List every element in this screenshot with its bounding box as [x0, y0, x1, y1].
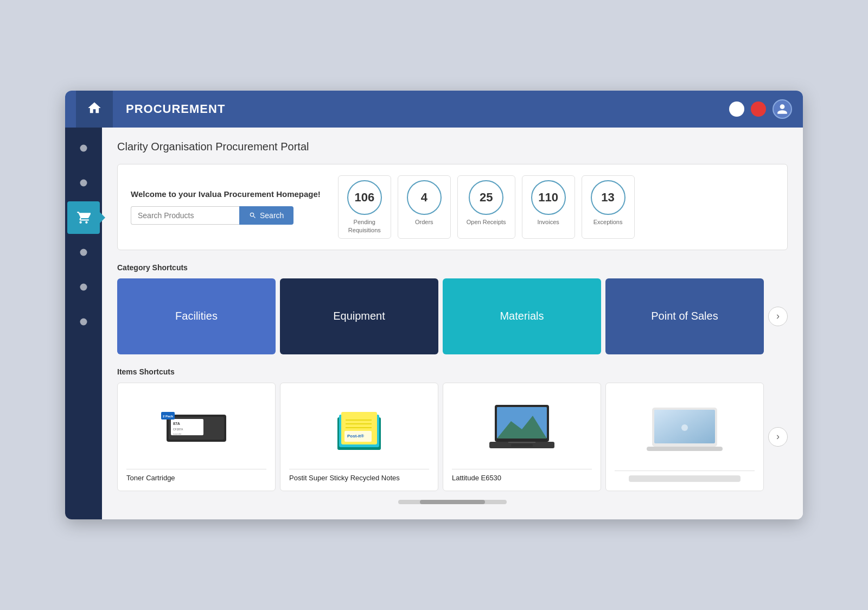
toner-divider — [126, 469, 266, 469]
categories-next-button[interactable]: › — [768, 307, 788, 326]
categories-title: Category Shortcuts — [117, 263, 788, 272]
stat-circle-orders: 4 — [407, 180, 442, 215]
stat-label-receipts: Open Receipts — [467, 218, 506, 226]
stats-row: 106 PendingRequisitions 4 Orders 25 — [338, 175, 774, 239]
laptop2-image-area — [615, 394, 755, 464]
stat-label-orders: Orders — [415, 218, 433, 226]
svg-text:87A: 87A — [173, 422, 180, 425]
sidebar-item-4[interactable] — [67, 236, 100, 269]
category-pos[interactable]: Point of Sales — [605, 278, 764, 354]
search-bar: Search — [131, 206, 321, 225]
laptop1-image-area — [452, 394, 592, 462]
stat-card-invoices[interactable]: 110 Invoices — [522, 175, 575, 239]
category-equipment[interactable]: Equipment — [280, 278, 438, 354]
svg-point-1 — [80, 180, 87, 187]
toner-name: Toner Cartridge — [126, 474, 266, 482]
laptop1-name: Lattitude E6530 — [452, 474, 592, 482]
browser-window: PROCUREMENT — [65, 91, 803, 519]
laptop2-divider — [615, 471, 755, 471]
welcome-text: Welcome to your Ivalua Procurement Homep… — [131, 189, 321, 199]
svg-point-2 — [80, 249, 87, 256]
stat-card-orders[interactable]: 4 Orders — [398, 175, 451, 239]
laptop2-name-placeholder — [629, 475, 741, 482]
sidebar — [65, 128, 102, 519]
stat-label-exceptions: Exceptions — [593, 218, 623, 226]
postit-image: Post-it® — [329, 401, 389, 455]
scrollbar-track[interactable] — [398, 500, 507, 504]
item-card-postit[interactable]: Post-it® Postit Super Sticky Recycled No… — [280, 383, 438, 491]
category-facilities[interactable]: Facilities — [117, 278, 276, 354]
svg-point-3 — [80, 284, 87, 291]
svg-text:Post-it®: Post-it® — [347, 434, 364, 439]
stat-card-receipts[interactable]: 25 Open Receipts — [457, 175, 515, 239]
laptop1-divider — [452, 469, 592, 469]
toner-image: 87A CF287A LaserJet 2 Pack — [161, 406, 232, 450]
svg-text:LaserJet: LaserJet — [173, 433, 182, 435]
sidebar-item-6[interactable] — [67, 306, 100, 338]
search-input[interactable] — [131, 206, 239, 225]
sidebar-item-cart[interactable] — [67, 201, 100, 234]
page-title: Clarity Organisation Procurement Portal — [117, 141, 788, 153]
items-grid: 87A CF287A LaserJet 2 Pack Toner Cartrid… — [117, 383, 788, 491]
sidebar-item-1[interactable] — [67, 132, 100, 164]
items-title: Items Shortcuts — [117, 367, 788, 376]
stat-circle-invoices: 110 — [531, 180, 566, 215]
stat-card-requisitions[interactable]: 106 PendingRequisitions — [338, 175, 391, 239]
stat-label-invoices: Invoices — [537, 218, 559, 226]
search-button[interactable]: Search — [239, 206, 293, 225]
welcome-section: Welcome to your Ivalua Procurement Homep… — [117, 164, 788, 250]
svg-rect-31 — [647, 447, 723, 451]
item-card-laptop2[interactable] — [605, 383, 764, 491]
laptop1-image — [484, 402, 560, 454]
postit-divider — [289, 469, 429, 469]
svg-text:CF287A: CF287A — [173, 428, 183, 431]
main-layout: Clarity Organisation Procurement Portal … — [65, 128, 803, 519]
svg-point-0 — [80, 145, 87, 152]
home-icon — [87, 100, 102, 118]
notification-dot-red[interactable] — [751, 101, 766, 117]
notification-dot-white[interactable] — [729, 101, 744, 117]
home-button[interactable] — [76, 91, 113, 128]
svg-rect-27 — [511, 444, 533, 447]
scrollbar-thumb — [420, 500, 485, 504]
toner-image-area: 87A CF287A LaserJet 2 Pack — [126, 394, 266, 462]
user-avatar[interactable] — [773, 99, 792, 119]
top-bar-actions — [729, 99, 792, 119]
search-icon — [249, 212, 257, 219]
svg-rect-26 — [508, 442, 535, 443]
stat-label-requisitions: PendingRequisitions — [348, 218, 381, 234]
top-bar: PROCUREMENT — [65, 91, 803, 128]
search-button-label: Search — [260, 211, 284, 220]
postit-image-area: Post-it® — [289, 394, 429, 462]
scrollbar-area — [117, 491, 788, 506]
item-card-laptop1[interactable]: Lattitude E6530 — [443, 383, 601, 491]
item-card-toner[interactable]: 87A CF287A LaserJet 2 Pack Toner Cartrid… — [117, 383, 276, 491]
sidebar-arrow — [100, 212, 105, 223]
items-next-button[interactable]: › — [768, 427, 788, 447]
svg-text:2 Pack: 2 Pack — [163, 415, 174, 418]
welcome-left: Welcome to your Ivalua Procurement Homep… — [131, 189, 321, 225]
content-area: Clarity Organisation Procurement Portal … — [102, 128, 803, 519]
stat-card-exceptions[interactable]: 13 Exceptions — [582, 175, 635, 239]
stat-circle-requisitions: 106 — [347, 180, 382, 215]
stat-circle-receipts: 25 — [469, 180, 503, 215]
category-materials[interactable]: Materials — [443, 278, 601, 354]
stat-circle-exceptions: 13 — [591, 180, 626, 215]
sidebar-item-2[interactable] — [67, 167, 100, 199]
svg-point-4 — [80, 319, 87, 326]
laptop2-image — [644, 403, 725, 455]
svg-point-32 — [681, 424, 688, 431]
app-title: PROCUREMENT — [126, 102, 729, 116]
postit-name: Postit Super Sticky Recycled Notes — [289, 474, 429, 482]
sidebar-item-5[interactable] — [67, 271, 100, 303]
category-grid: Facilities Equipment Materials Point of … — [117, 278, 788, 354]
